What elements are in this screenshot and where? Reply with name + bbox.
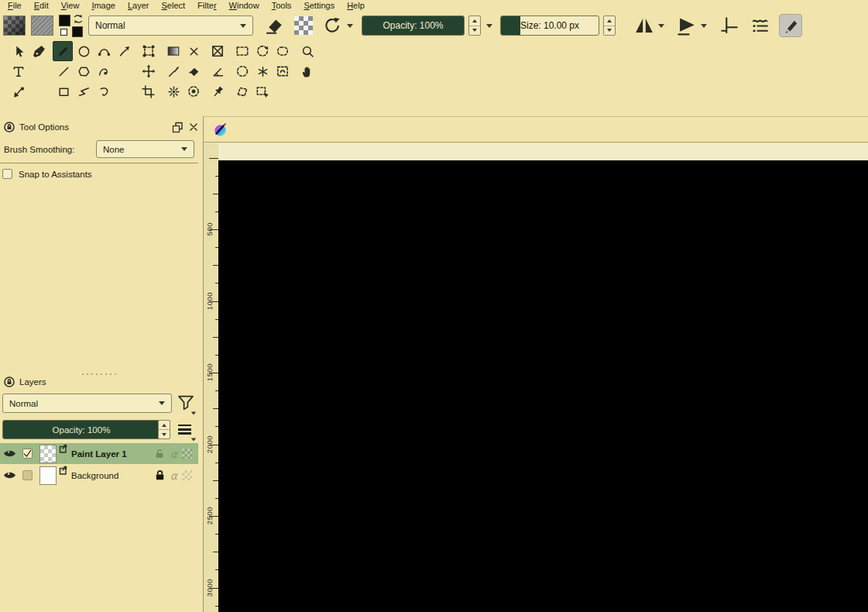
float-docker-icon[interactable] — [172, 122, 184, 133]
edit-shapes-tool[interactable] — [29, 41, 49, 61]
spin-down-icon[interactable] — [159, 430, 170, 438]
close-docker-icon[interactable] — [188, 122, 199, 132]
crop-tool[interactable] — [138, 81, 158, 101]
warp-tool[interactable] — [208, 41, 228, 61]
layers-menu-icon[interactable] — [178, 425, 191, 435]
colorize-mask-tool[interactable] — [184, 81, 204, 101]
snap-to-assistants-checkbox[interactable] — [2, 169, 12, 179]
locked-icon[interactable] — [154, 469, 166, 481]
reference-images-tool[interactable] — [208, 81, 228, 101]
text-tool[interactable] — [9, 61, 29, 81]
rectangle-tool[interactable] — [53, 81, 74, 101]
move-tool[interactable] — [139, 61, 159, 81]
freehand-brush-tool[interactable] — [53, 41, 73, 61]
layer-blending-mode-dropdown[interactable]: Normal — [2, 394, 172, 413]
foreground-color[interactable] — [59, 15, 70, 26]
color-sampler-tool[interactable] — [163, 61, 184, 81]
menu-item-select[interactable]: Select — [156, 1, 192, 10]
menu-item-file[interactable]: File — [2, 1, 28, 10]
transform-tool[interactable] — [139, 41, 159, 61]
brush-smoothing-dropdown[interactable]: None — [96, 140, 194, 158]
mirror-vertical-button[interactable] — [676, 14, 698, 37]
spin-up-icon[interactable] — [604, 16, 615, 26]
freehand-path-tool[interactable] — [94, 61, 114, 81]
opacity-slider[interactable]: Opacity: 100% — [362, 15, 465, 36]
opacity-spinner[interactable] — [468, 15, 481, 36]
spin-up-icon[interactable] — [159, 421, 170, 430]
size-slider[interactable]: Size: 10.00 px — [500, 15, 599, 36]
eraser-toggle-button[interactable] — [263, 14, 285, 37]
freehand-selection-tool[interactable] — [252, 41, 273, 61]
foreground-background-colors[interactable] — [59, 15, 83, 37]
layer-thumbnail[interactable] — [39, 445, 57, 463]
gradient-swatch[interactable] — [3, 15, 26, 36]
layers-menu-caret[interactable] — [191, 438, 196, 442]
layer-opacity-slider[interactable]: Opacity: 100% — [2, 420, 160, 439]
layer-row-background[interactable]: Background α — [0, 465, 198, 486]
docker-lock-icon[interactable] — [4, 376, 15, 387]
layers-header[interactable]: Layers — [0, 374, 198, 390]
contiguous-selection-tool[interactable] — [252, 61, 273, 81]
mirror-horizontal-caret[interactable] — [658, 24, 664, 28]
menu-item-tools[interactable]: Tools — [266, 1, 298, 10]
gradient-tool[interactable] — [163, 41, 184, 61]
spin-down-icon[interactable] — [469, 26, 480, 36]
opacity-dropdown-caret[interactable] — [486, 24, 492, 28]
size-spinner[interactable] — [603, 15, 616, 36]
fill-tool[interactable] — [184, 61, 204, 81]
docker-lock-icon[interactable] — [4, 122, 15, 132]
visibility-eye-icon[interactable] — [3, 470, 16, 480]
layer-opacity-spinner[interactable] — [158, 420, 170, 439]
menu-item-layer[interactable]: Layer — [122, 1, 156, 10]
inherit-alpha-icon[interactable] — [182, 470, 192, 480]
layer-checkbox[interactable] — [22, 470, 33, 480]
layer-thumbnail[interactable] — [39, 466, 57, 485]
menu-item-filter[interactable]: Filter — [191, 1, 222, 10]
mirror-horizontal-button[interactable] — [633, 14, 655, 37]
blending-mode-dropdown[interactable]: Normal — [88, 15, 253, 36]
menu-item-view[interactable]: View — [55, 1, 86, 10]
inherit-alpha-icon[interactable] — [182, 449, 192, 459]
line-tool[interactable] — [53, 61, 74, 81]
select-shapes-tool[interactable] — [9, 41, 29, 61]
preserve-alpha-button[interactable] — [294, 16, 313, 35]
mirror-vertical-caret[interactable] — [701, 24, 707, 28]
layer-row-paint-layer-1[interactable]: Paint Layer 1 α — [0, 443, 198, 464]
default-colors[interactable] — [60, 29, 67, 36]
ellipse-tool[interactable] — [74, 41, 94, 61]
canvas[interactable] — [218, 160, 868, 612]
multibrush-tool[interactable] — [184, 41, 204, 61]
magnetic-selection-tool[interactable] — [252, 81, 273, 101]
layer-filter-caret[interactable] — [191, 412, 196, 415]
trim-button[interactable] — [719, 14, 740, 37]
spin-down-icon[interactable] — [604, 26, 615, 36]
menu-item-settings[interactable]: Settings — [297, 1, 341, 10]
polyline-tool[interactable] — [74, 81, 94, 101]
swap-colors-icon[interactable] — [73, 14, 84, 24]
pan-tool[interactable] — [297, 61, 317, 81]
rectangular-selection-tool[interactable] — [232, 41, 252, 61]
elliptical-selection-tool[interactable] — [232, 61, 252, 81]
alpha-lock-icon[interactable]: α — [170, 449, 177, 459]
smart-patch-tool[interactable] — [163, 81, 184, 101]
edit-nodes-tool[interactable] — [9, 81, 29, 101]
menu-item-help[interactable]: Help — [341, 1, 371, 10]
background-color[interactable] — [72, 26, 83, 37]
polygonal-selection-tool[interactable] — [273, 41, 293, 61]
layer-checkbox[interactable] — [22, 449, 33, 459]
reload-preset-button[interactable] — [321, 14, 343, 37]
measure-tool[interactable] — [208, 61, 228, 81]
tool-options-header[interactable]: Tool Options — [0, 119, 203, 135]
menu-item-image[interactable]: Image — [85, 1, 122, 10]
layer-filter-icon[interactable] — [177, 393, 195, 413]
polygon-tool[interactable] — [74, 61, 94, 81]
spin-up-icon[interactable] — [469, 16, 480, 26]
bezier-selection-tool[interactable] — [232, 81, 252, 101]
reload-dropdown-caret[interactable] — [347, 24, 353, 28]
dynamic-brush-tool[interactable] — [114, 41, 134, 61]
visibility-eye-icon[interactable] — [3, 449, 16, 459]
zoom-tool[interactable] — [297, 41, 317, 61]
menu-item-edit[interactable]: Edit — [28, 1, 55, 10]
similar-selection-tool[interactable] — [273, 61, 293, 81]
brush-preset-button[interactable] — [779, 14, 802, 37]
